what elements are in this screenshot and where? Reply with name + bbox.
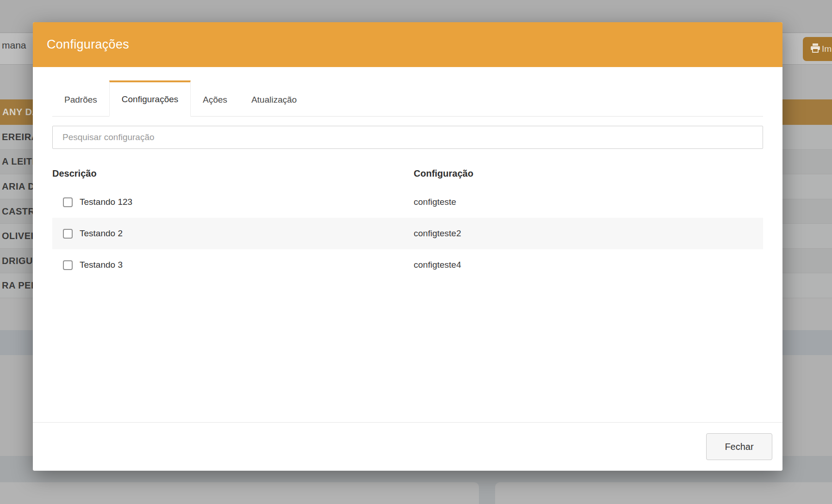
background-panel	[0, 482, 479, 504]
close-button[interactable]: Fechar	[706, 433, 772, 460]
background-nav-text-fragment: mana	[2, 40, 26, 51]
table-header-row: Descrição Configuração	[52, 161, 763, 186]
modal-footer: Fechar	[33, 422, 782, 471]
tab-bar: Padrões Configurações Ações Atualização	[52, 80, 763, 117]
background-panel	[495, 482, 832, 504]
tab-atualizacao[interactable]: Atualização	[239, 81, 309, 117]
table-row: Testando 123 configteste	[52, 186, 763, 218]
printer-icon	[810, 43, 820, 55]
tab-configuracoes[interactable]: Configurações	[109, 80, 191, 117]
table-row: Testando 3 configteste4	[52, 249, 763, 281]
column-header-descricao: Descrição	[52, 168, 414, 179]
modal-title: Configurações	[47, 37, 129, 52]
row-config-value: configteste	[414, 197, 763, 207]
column-header-configuracao: Configuração	[414, 168, 763, 179]
row-checkbox[interactable]	[63, 197, 73, 207]
row-checkbox[interactable]	[63, 260, 73, 270]
row-description: Testando 123	[80, 197, 132, 207]
tab-padroes[interactable]: Padrões	[52, 81, 109, 117]
table-row: Testando 2 configteste2	[52, 218, 763, 249]
row-description: Testando 3	[80, 260, 123, 270]
settings-modal: Configurações Padrões Configurações Açõe…	[33, 22, 782, 471]
configurations-table: Descrição Configuração Testando 123 conf…	[52, 161, 763, 281]
row-config-value: configteste2	[414, 228, 763, 239]
row-config-value: configteste4	[414, 260, 763, 270]
modal-header: Configurações	[33, 22, 782, 67]
print-button: Im	[803, 37, 832, 61]
modal-body: Padrões Configurações Ações Atualização …	[33, 80, 782, 281]
row-description: Testando 2	[80, 228, 123, 239]
tab-acoes[interactable]: Ações	[191, 81, 239, 117]
search-input[interactable]	[52, 126, 763, 149]
print-button-label: Im	[822, 44, 832, 54]
row-checkbox[interactable]	[63, 229, 73, 239]
